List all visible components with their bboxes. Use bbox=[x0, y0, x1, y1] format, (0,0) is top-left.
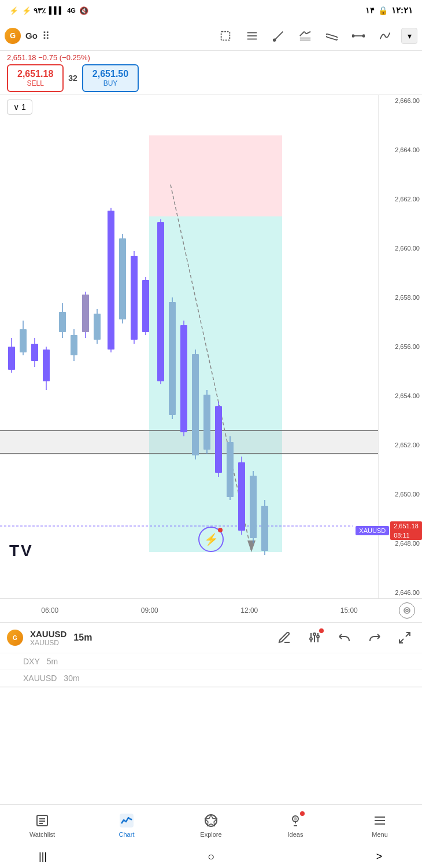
explore-icon bbox=[203, 812, 219, 829]
toolbar: G Go ⠿ bbox=[0, 21, 422, 51]
svg-line-4 bbox=[275, 31, 283, 40]
price-label-9: 2,650.00 bbox=[381, 491, 420, 498]
price-label-4: 2,660.00 bbox=[381, 245, 420, 252]
price-label-7: 2,654.00 bbox=[381, 392, 420, 399]
watchlist-icon bbox=[34, 812, 50, 829]
timeframe-selector[interactable]: 15m bbox=[73, 632, 92, 643]
price-label-2: 2,664.00 bbox=[381, 146, 420, 153]
price-label-11: 2,646.00 bbox=[381, 589, 420, 596]
tf-dxy-name: DXY bbox=[23, 657, 40, 666]
parallel-channel-tool[interactable] bbox=[321, 25, 342, 46]
ray-tool[interactable] bbox=[268, 25, 289, 46]
svg-rect-21 bbox=[20, 329, 27, 352]
price-label-8: 2,652.00 bbox=[381, 442, 420, 448]
time-label-1: 06:00 bbox=[0, 606, 100, 615]
sell-button[interactable]: 2,651.18 SELL bbox=[7, 64, 64, 92]
bottom-nav: Watchlist Chart Explore bbox=[0, 804, 422, 845]
home-btn[interactable]: ○ bbox=[203, 848, 219, 865]
watchlist-label: Watchlist bbox=[29, 831, 55, 838]
tf-item-xauusd30[interactable]: XAUUSD 30m bbox=[0, 670, 422, 687]
candlestick-chart bbox=[0, 95, 378, 598]
svg-rect-37 bbox=[119, 238, 126, 319]
sell-label: SELL bbox=[17, 79, 53, 87]
candle-group-1 bbox=[8, 321, 50, 390]
svg-rect-45 bbox=[169, 302, 176, 415]
price-label-6: 2,656.00 bbox=[381, 343, 420, 350]
candle-group-2 bbox=[59, 292, 101, 361]
sell-price: 2,651.18 bbox=[17, 69, 53, 79]
svg-rect-57 bbox=[238, 462, 245, 531]
price-change: 2,651.18 −0.75 (−0.25%) bbox=[7, 53, 415, 62]
tradingview-watermark: T V bbox=[9, 541, 50, 564]
svg-rect-33 bbox=[94, 314, 101, 340]
price-label-10: 2,648.00 bbox=[381, 540, 420, 547]
curve-tool[interactable] bbox=[375, 25, 395, 46]
buy-price: 2,651.50 bbox=[92, 69, 128, 79]
time-label-4: 15:00 bbox=[299, 606, 399, 615]
status-bar: ⚡ ⚡ ۹۳٪ ▌▌▌ 4G 🔇 ۱۴ 🔒 ۱۲:۲۱ bbox=[0, 0, 422, 21]
svg-text:V: V bbox=[21, 542, 32, 560]
svg-point-16 bbox=[352, 35, 354, 37]
tools-dropdown[interactable]: ▾ bbox=[401, 28, 417, 44]
nav-menu[interactable]: Menu bbox=[338, 812, 422, 838]
ideas-label: Ideas bbox=[288, 831, 303, 838]
gray-band bbox=[0, 431, 378, 454]
svg-point-5 bbox=[273, 39, 276, 41]
svg-rect-19 bbox=[8, 347, 15, 370]
svg-point-65 bbox=[406, 609, 408, 612]
svg-point-64 bbox=[404, 608, 410, 613]
chart-area[interactable]: ∨ 1 bbox=[0, 95, 422, 598]
nav-chart[interactable]: Chart bbox=[84, 812, 169, 838]
draw-tool-btn[interactable] bbox=[274, 627, 295, 648]
svg-rect-31 bbox=[82, 295, 89, 332]
svg-rect-53 bbox=[215, 406, 222, 473]
price-header: 2,651.18 −0.75 (−0.25%) 2,651.18 SELL 32… bbox=[0, 51, 422, 95]
nav-ideas[interactable]: Ideas bbox=[253, 812, 338, 838]
expand-btn[interactable] bbox=[394, 627, 415, 648]
svg-line-8 bbox=[306, 31, 310, 34]
svg-rect-55 bbox=[227, 442, 234, 497]
forward-btn[interactable]: > bbox=[371, 848, 387, 865]
buy-button[interactable]: 2,651.50 BUY bbox=[82, 64, 139, 92]
current-price-indicator: XAUUSD 2,651.18 08:11 bbox=[356, 521, 422, 540]
svg-point-68 bbox=[310, 638, 312, 640]
tf-xauusd30-name: XAUUSD bbox=[23, 674, 57, 683]
symbol-name: XAUUSD bbox=[359, 527, 386, 534]
svg-point-17 bbox=[362, 35, 365, 37]
multilines-tool[interactable] bbox=[295, 25, 316, 46]
tf-dxy-tf: 5m bbox=[47, 657, 58, 666]
instrument-symbol: XAUUSD bbox=[30, 629, 66, 639]
svg-point-87 bbox=[294, 818, 297, 820]
undo-btn[interactable] bbox=[334, 627, 355, 648]
selection-tool[interactable] bbox=[215, 25, 236, 46]
battery-icon: ⚡ bbox=[9, 6, 18, 15]
battery-percent: ⚡ ۹۳٪ bbox=[22, 6, 46, 15]
svg-rect-51 bbox=[203, 395, 210, 450]
time-target-icon[interactable] bbox=[399, 602, 415, 619]
filter-btn[interactable] bbox=[304, 627, 325, 648]
svg-rect-61 bbox=[261, 506, 268, 551]
menu-icon bbox=[372, 812, 388, 829]
svg-point-81 bbox=[131, 818, 132, 820]
tf-item-dxy[interactable]: DXY 5m bbox=[0, 653, 422, 670]
nav-watchlist[interactable]: Watchlist bbox=[0, 812, 84, 838]
redo-btn[interactable] bbox=[364, 627, 385, 648]
chart-label: Chart bbox=[119, 831, 135, 838]
tf-xauusd30-tf: 30m bbox=[64, 674, 79, 683]
lines-tool[interactable] bbox=[242, 25, 262, 46]
instrument-actions bbox=[274, 627, 415, 648]
nav-explore[interactable]: Explore bbox=[169, 812, 253, 838]
flash-icon[interactable]: ⚡ bbox=[198, 527, 224, 552]
app-logo[interactable]: G bbox=[5, 28, 21, 44]
hline-tool[interactable] bbox=[348, 25, 369, 46]
price-label-5: 2,658.00 bbox=[381, 294, 420, 301]
price-buttons: 2,651.18 SELL 32 2,651.50 BUY bbox=[7, 64, 415, 92]
svg-rect-47 bbox=[180, 325, 187, 432]
more-options-icon[interactable]: ⠿ bbox=[42, 30, 51, 42]
svg-rect-25 bbox=[43, 350, 50, 381]
svg-rect-27 bbox=[59, 312, 66, 332]
back-btn[interactable]: ||| bbox=[35, 848, 51, 865]
qty-selector[interactable]: ∨ 1 bbox=[7, 100, 32, 115]
current-price-value: 2,651.18 bbox=[390, 521, 422, 531]
sim-indicator: ۱۴ bbox=[365, 6, 375, 15]
